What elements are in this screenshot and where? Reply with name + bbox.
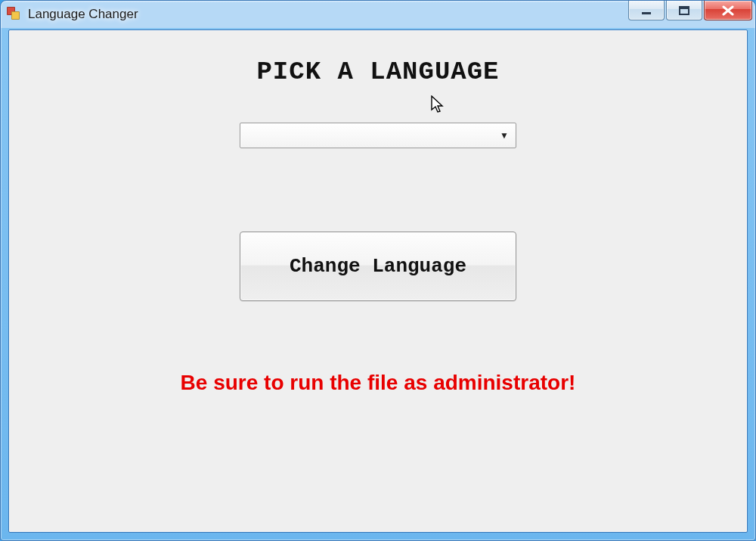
maximize-icon bbox=[678, 5, 690, 16]
app-icon bbox=[7, 7, 22, 22]
chevron-down-icon: ▼ bbox=[497, 130, 511, 141]
svg-rect-2 bbox=[680, 7, 689, 9]
window-controls bbox=[628, 1, 752, 20]
language-dropdown[interactable]: ▼ bbox=[240, 123, 516, 148]
close-button[interactable] bbox=[704, 1, 752, 20]
minimize-icon bbox=[640, 5, 652, 16]
titlebar[interactable]: Language Changer bbox=[1, 1, 755, 28]
change-language-button[interactable]: Change Language bbox=[240, 232, 516, 301]
svg-rect-0 bbox=[642, 12, 651, 14]
mouse-cursor-icon bbox=[431, 95, 446, 115]
minimize-button[interactable] bbox=[628, 1, 665, 20]
client-area: PICK A LANGUAGE ▼ Change Language Be sur… bbox=[8, 30, 748, 533]
application-window: Language Changer PICK A LANGUAGE bbox=[0, 0, 756, 541]
maximize-button[interactable] bbox=[666, 1, 702, 20]
page-heading: PICK A LANGUAGE bbox=[9, 58, 747, 86]
admin-warning-label: Be sure to run the file as administrator… bbox=[9, 371, 747, 395]
close-icon bbox=[721, 5, 735, 16]
